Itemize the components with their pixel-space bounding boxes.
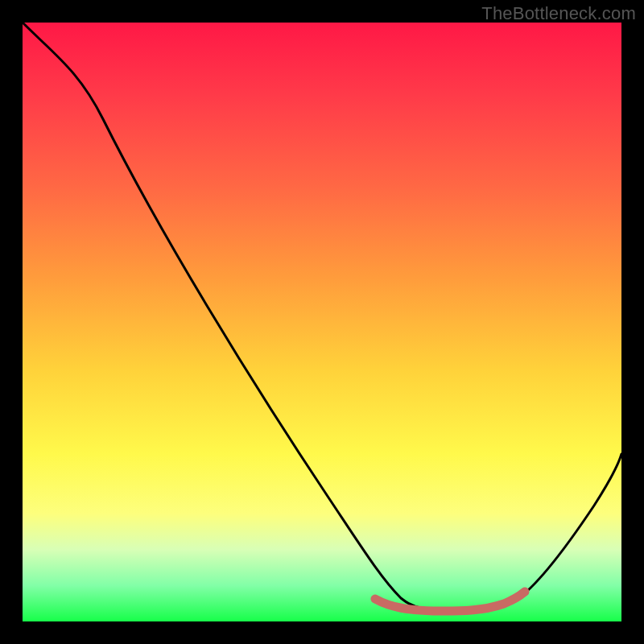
bottleneck-curve bbox=[23, 23, 621, 611]
watermark-text: TheBottleneck.com bbox=[481, 3, 636, 24]
plot-area bbox=[23, 23, 621, 621]
curve-svg bbox=[23, 23, 621, 621]
chart-frame: TheBottleneck.com bbox=[0, 0, 644, 644]
